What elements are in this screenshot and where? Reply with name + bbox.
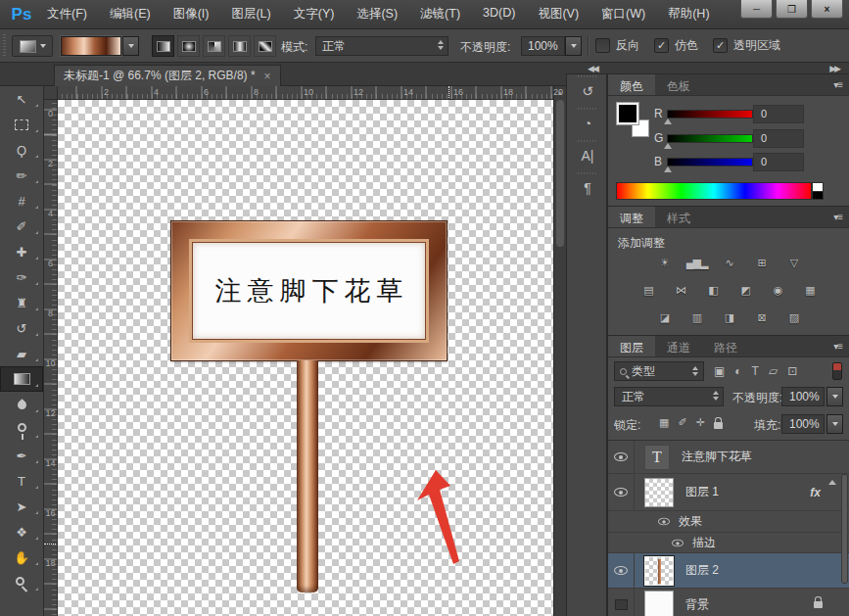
- filter-toggle-switch[interactable]: [832, 362, 842, 380]
- paragraph-panel-button[interactable]: ¶: [567, 171, 608, 204]
- dither-checkbox[interactable]: ✓: [654, 38, 669, 53]
- ruler-corner[interactable]: [44, 86, 58, 100]
- menubar-item[interactable]: 视图(V): [538, 6, 579, 23]
- zoom-tool[interactable]: [0, 570, 43, 595]
- layer-filter-select[interactable]: 类型: [614, 361, 704, 381]
- channel-mixer-icon[interactable]: ◉: [767, 280, 788, 300]
- layer-row[interactable]: 图层 1fx: [608, 474, 849, 511]
- panel-menu-icon[interactable]: ▾≡: [833, 212, 842, 222]
- eyedropper-tool[interactable]: ✐: [0, 213, 43, 239]
- brush-tool[interactable]: ✑: [0, 264, 43, 290]
- channel-value-input[interactable]: 0: [753, 105, 804, 123]
- layer-visibility-toggle[interactable]: [608, 553, 635, 588]
- channel-slider-track[interactable]: [667, 134, 753, 143]
- character-panel-button[interactable]: A|: [567, 139, 608, 171]
- move-tool[interactable]: ↖: [0, 86, 43, 112]
- panel-menu-icon[interactable]: ▾≡: [833, 341, 842, 352]
- channel-value-input[interactable]: 0: [753, 153, 804, 171]
- diamond-gradient-button[interactable]: [254, 35, 276, 57]
- black-swatch[interactable]: [812, 191, 824, 200]
- layer-effect-row[interactable]: 描边: [608, 533, 849, 553]
- channel-slider-thumb[interactable]: [664, 118, 672, 124]
- reflected-gradient-button[interactable]: [228, 35, 251, 57]
- collapse-dock-icon[interactable]: ▶▶: [829, 63, 839, 74]
- layer-visibility-toggle[interactable]: [608, 474, 635, 510]
- gradient-preview[interactable]: [61, 36, 121, 56]
- tab-color[interactable]: 颜色: [608, 74, 655, 95]
- black-white-icon[interactable]: ◧: [702, 280, 724, 300]
- gradient-picker-dropdown[interactable]: [122, 36, 139, 56]
- layer-row[interactable]: T注意脚下花草: [608, 441, 849, 474]
- filter-smart-objects-icon[interactable]: ⊡: [787, 364, 797, 378]
- vibrance-icon[interactable]: ▽: [783, 253, 805, 272]
- layer-visibility-toggle[interactable]: [608, 589, 635, 616]
- layer-opacity-input[interactable]: 100%: [781, 387, 825, 406]
- transparency-checkbox[interactable]: ✓: [713, 38, 728, 53]
- color-lookup-icon[interactable]: ▦: [799, 280, 821, 300]
- history-panel-button[interactable]: ↺: [567, 74, 608, 107]
- tab-paths[interactable]: 路径: [702, 336, 749, 356]
- menubar-item[interactable]: 文件(F): [47, 6, 87, 23]
- fx-collapse-icon[interactable]: [828, 480, 836, 485]
- channel-value-input[interactable]: 0: [753, 129, 804, 148]
- close-tab-icon[interactable]: ×: [264, 70, 271, 83]
- tool-preset-picker[interactable]: [12, 35, 53, 57]
- foreground-color-swatch[interactable]: [616, 102, 639, 125]
- hue-saturation-icon[interactable]: ▤: [637, 280, 659, 300]
- gradient-map-icon[interactable]: ▨: [783, 308, 805, 327]
- menubar-item[interactable]: 编辑(E): [110, 6, 151, 23]
- crop-tool[interactable]: #: [0, 188, 43, 213]
- filter-adjustment-layers-icon[interactable]: ◐: [734, 364, 741, 378]
- radial-gradient-button[interactable]: [177, 35, 200, 57]
- menubar-item[interactable]: 滤镜(T): [420, 6, 460, 23]
- selective-color-icon[interactable]: ⊠: [751, 308, 773, 327]
- channel-slider-track[interactable]: [667, 110, 753, 118]
- exposure-icon[interactable]: ⊞: [751, 253, 773, 272]
- layer-row[interactable]: 图层 2: [608, 553, 849, 589]
- photo-filter-icon[interactable]: ◩: [734, 280, 756, 300]
- levels-icon[interactable]: ▄▆▂: [686, 253, 708, 272]
- menubar-item[interactable]: 图层(L): [231, 6, 270, 23]
- tab-adjustments[interactable]: 调整: [608, 207, 655, 227]
- tab-swatches[interactable]: 色板: [655, 74, 702, 95]
- blur-tool[interactable]: [0, 392, 43, 417]
- vertical-ruler[interactable]: 024681012141618: [44, 100, 58, 616]
- filter-type-layers-icon[interactable]: T: [752, 364, 759, 378]
- canvas-vertical-scrollbar[interactable]: ▲: [553, 86, 566, 616]
- eraser-tool[interactable]: ▰: [0, 341, 43, 366]
- tab-channels[interactable]: 通道: [655, 336, 702, 356]
- layer-blend-mode-select[interactable]: 正常: [614, 387, 724, 406]
- blend-mode-select[interactable]: 正常: [315, 36, 448, 56]
- layer-fx-badge[interactable]: fx: [810, 486, 821, 499]
- curves-icon[interactable]: ∿: [719, 253, 740, 272]
- color-balance-icon[interactable]: ⋈: [670, 280, 691, 300]
- channel-slider-thumb[interactable]: [664, 166, 672, 172]
- angle-gradient-button[interactable]: [203, 35, 225, 57]
- layer-effects-group-row[interactable]: 效果: [608, 511, 849, 533]
- document-tab[interactable]: 未标题-1 @ 66.7% (图层 2, RGB/8) * ×: [54, 65, 281, 86]
- maximize-button[interactable]: ❐: [776, 0, 808, 19]
- quick-selection-tool[interactable]: ✏: [0, 163, 43, 188]
- opacity-input[interactable]: 100%: [521, 36, 565, 56]
- posterize-icon[interactable]: ▥: [686, 308, 708, 327]
- layer-opacity-dropdown-button[interactable]: [826, 387, 843, 406]
- lock-transparent-pixels-icon[interactable]: ▦: [659, 416, 669, 429]
- menubar-item[interactable]: 图像(I): [173, 6, 210, 23]
- color-spectrum-ramp[interactable]: [616, 182, 812, 200]
- horizontal-ruler[interactable]: 2468101214161820: [58, 86, 565, 100]
- layers-scrollbar-thumb[interactable]: [841, 474, 848, 584]
- custom-shape-tool[interactable]: ❖: [0, 519, 43, 545]
- filter-pixel-layers-icon[interactable]: ▣: [714, 364, 725, 378]
- threshold-icon[interactable]: ◨: [719, 308, 740, 327]
- canvas[interactable]: 注意脚下花草: [58, 100, 553, 616]
- hand-tool[interactable]: ✋: [0, 545, 43, 570]
- menubar-item[interactable]: 选择(S): [356, 6, 398, 23]
- menubar-item[interactable]: 窗口(W): [601, 6, 645, 23]
- rectangular-marquee-tool[interactable]: [0, 112, 43, 137]
- invert-icon[interactable]: ◪: [654, 308, 676, 327]
- dodge-tool[interactable]: [0, 417, 43, 443]
- type-tool[interactable]: T: [0, 468, 43, 494]
- path-selection-tool[interactable]: ➤: [0, 494, 43, 519]
- layer-fill-dropdown-button[interactable]: [826, 414, 843, 434]
- lasso-tool[interactable]: Ϙ: [0, 137, 43, 163]
